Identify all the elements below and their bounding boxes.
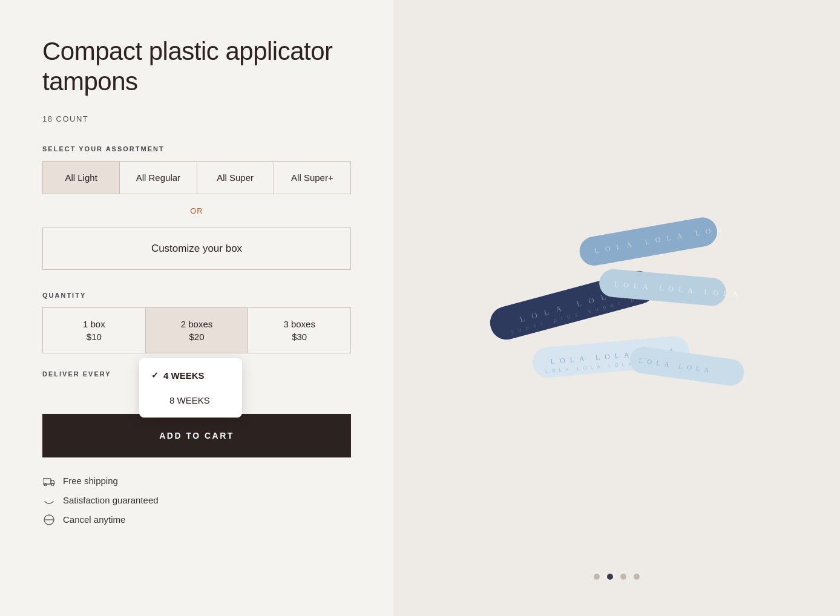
add-to-cart-button[interactable]: ADD TO CART bbox=[42, 414, 351, 457]
assortment-option-all-super-plus[interactable]: All Super+ bbox=[274, 162, 350, 194]
carousel-dots bbox=[594, 574, 640, 580]
assortment-grid: All Light All Regular All Super All Supe… bbox=[42, 161, 351, 194]
benefit-free-shipping: Free shipping bbox=[42, 474, 351, 488]
benefit-satisfaction: Satisfaction guaranteed bbox=[42, 494, 351, 507]
satisfaction-text: Satisfaction guaranteed bbox=[63, 495, 159, 505]
carousel-dot-1[interactable] bbox=[594, 574, 600, 580]
product-title: Compact plastic applicator tampons bbox=[42, 36, 351, 97]
assortment-section-label: SELECT YOUR ASSORTMENT bbox=[42, 145, 351, 152]
left-panel: Compact plastic applicator tampons 18 CO… bbox=[0, 0, 393, 616]
quantity-grid: 1 box $10 2 boxes $20 3 boxes $30 bbox=[42, 307, 351, 353]
customize-button[interactable]: Customize your box bbox=[42, 228, 351, 270]
truck-icon bbox=[42, 474, 56, 488]
delivery-option-8weeks[interactable]: 8 WEEKS bbox=[139, 388, 242, 413]
delivery-8weeks-label: 8 WEEKS bbox=[169, 395, 210, 405]
satisfaction-icon bbox=[42, 494, 56, 507]
benefit-cancel: Cancel anytime bbox=[42, 513, 351, 526]
quantity-option-3boxes[interactable]: 3 boxes $30 bbox=[248, 308, 350, 353]
carousel-dot-2[interactable] bbox=[607, 574, 613, 580]
carousel-dot-3[interactable] bbox=[620, 574, 626, 580]
deliver-label: DELIVER EVERY bbox=[42, 370, 111, 378]
svg-rect-0 bbox=[43, 479, 51, 484]
benefits-list: Free shipping Satisfaction guaranteed bbox=[42, 474, 351, 526]
assortment-option-all-regular[interactable]: All Regular bbox=[120, 162, 197, 194]
quantity-option-1box[interactable]: 1 box $10 bbox=[43, 308, 146, 353]
svg-point-1 bbox=[44, 483, 47, 486]
free-shipping-text: Free shipping bbox=[63, 476, 118, 486]
cancel-text: Cancel anytime bbox=[63, 514, 125, 525]
quantity-option-2boxes[interactable]: 2 boxes $20 bbox=[146, 308, 249, 353]
svg-point-2 bbox=[51, 483, 54, 486]
carousel-dot-4[interactable] bbox=[634, 574, 640, 580]
product-image-area: LOLA LOLA LOLA super plus super plus LOL… bbox=[418, 24, 816, 562]
or-divider: OR bbox=[42, 206, 351, 215]
quantity-section-label: QUANTITY bbox=[42, 292, 351, 299]
cancel-icon bbox=[42, 513, 56, 526]
product-count: 18 COUNT bbox=[42, 114, 351, 123]
delivery-dropdown[interactable]: ✓ 4 WEEKS 8 WEEKS bbox=[139, 358, 242, 418]
assortment-option-all-super[interactable]: All Super bbox=[197, 162, 274, 194]
assortment-option-all-light[interactable]: All Light bbox=[43, 162, 120, 194]
delivery-option-4weeks[interactable]: ✓ 4 WEEKS bbox=[139, 363, 242, 388]
delivery-4weeks-label: 4 WEEKS bbox=[163, 370, 205, 381]
deliver-row: DELIVER EVERY ✓ 4 WEEKS 8 WEEKS bbox=[42, 370, 351, 378]
checkmark-icon: ✓ bbox=[151, 370, 159, 380]
product-image: LOLA LOLA LOLA super plus super plus LOL… bbox=[459, 172, 774, 414]
right-panel: LOLA LOLA LOLA super plus super plus LOL… bbox=[393, 0, 840, 616]
